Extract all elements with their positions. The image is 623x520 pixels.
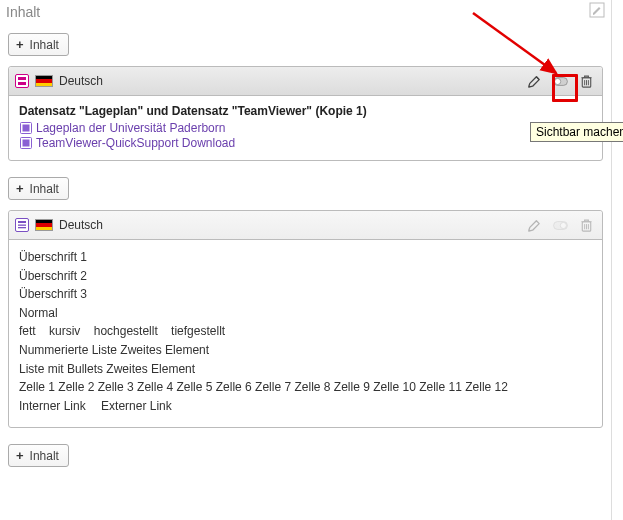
flag-de-icon — [35, 219, 53, 231]
svg-point-16 — [560, 222, 566, 228]
delete-icon[interactable] — [576, 71, 596, 91]
visibility-toggle-icon[interactable] — [550, 71, 570, 91]
record-link[interactable]: TeamViewer-QuickSupport Download — [36, 136, 235, 150]
add-content-label: Inhalt — [30, 38, 59, 52]
svg-rect-8 — [22, 125, 29, 132]
plus-icon: + — [16, 37, 24, 52]
content-element-inactive: Deutsch Datensat — [8, 66, 603, 161]
text-line: fett kursiv hochgestellt tiefgestellt — [19, 322, 592, 341]
text-line: Überschrift 2 — [19, 267, 592, 286]
text-line: Liste mit Bullets Zweites Element — [19, 360, 592, 379]
text-line: Überschrift 3 — [19, 285, 592, 304]
record-link-item: TeamViewer-QuickSupport Download — [19, 136, 592, 150]
delete-icon[interactable] — [576, 215, 596, 235]
add-content-label: Inhalt — [30, 182, 59, 196]
content-type-icon — [15, 218, 29, 232]
add-content-button[interactable]: + Inhalt — [8, 177, 69, 200]
panel-language-label: Deutsch — [59, 218, 103, 232]
content-type-icon — [15, 74, 29, 88]
svg-rect-3 — [18, 82, 26, 85]
add-content-button[interactable]: + Inhalt — [8, 444, 69, 467]
content-body: Überschrift 1 Überschrift 2 Überschrift … — [9, 240, 602, 427]
panel-language-label: Deutsch — [59, 74, 103, 88]
visibility-toggle-icon[interactable] — [550, 215, 570, 235]
svg-rect-1 — [16, 75, 29, 88]
edit-icon[interactable] — [524, 71, 544, 91]
record-icon — [19, 137, 32, 150]
style-italic: kursiv — [49, 324, 80, 338]
external-link-label: Externer Link — [101, 399, 172, 413]
svg-point-5 — [554, 78, 560, 84]
add-content-label: Inhalt — [30, 449, 59, 463]
record-link[interactable]: Lageplan der Universität Paderborn — [36, 121, 225, 135]
style-super: hochgestellt — [94, 324, 158, 338]
style-bold: fett — [19, 324, 36, 338]
text-line: Überschrift 1 — [19, 248, 592, 267]
style-sub: tiefgestellt — [171, 324, 225, 338]
column-title: Inhalt — [6, 4, 40, 20]
record-link-item: Lageplan der Universität Paderborn — [19, 121, 592, 135]
visibility-tooltip: Sichtbar machen — [530, 122, 623, 142]
add-content-button[interactable]: + Inhalt — [8, 33, 69, 56]
plus-icon: + — [16, 448, 24, 463]
record-icon — [19, 122, 32, 135]
edit-icon[interactable] — [524, 215, 544, 235]
record-title: Datensatz "Lageplan" und Datensatz "Team… — [19, 104, 592, 118]
svg-rect-13 — [18, 225, 26, 226]
content-element-active: Deutsch Überschr — [8, 210, 603, 428]
svg-rect-14 — [18, 227, 26, 228]
text-line: Nummerierte Liste Zweites Element — [19, 341, 592, 360]
svg-rect-10 — [22, 140, 29, 147]
svg-rect-12 — [18, 221, 26, 223]
text-line: Interner Link Externer Link — [19, 397, 592, 416]
text-line: Normal — [19, 304, 592, 323]
flag-de-icon — [35, 75, 53, 87]
internal-link-label: Interner Link — [19, 399, 86, 413]
text-line: Zelle 1 Zelle 2 Zelle 3 Zelle 4 Zelle 5 … — [19, 378, 592, 397]
column-edit-icon[interactable] — [589, 2, 605, 21]
svg-rect-2 — [18, 77, 26, 80]
plus-icon: + — [16, 181, 24, 196]
